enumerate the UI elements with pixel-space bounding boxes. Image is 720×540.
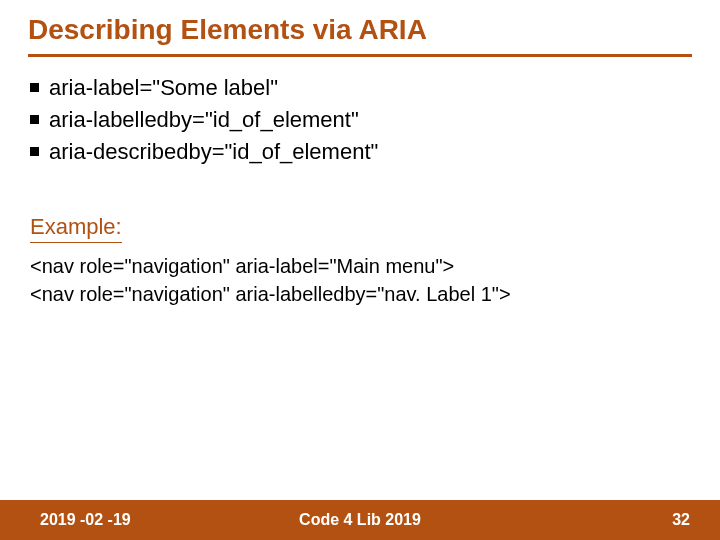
bullet-square-icon xyxy=(30,147,39,156)
bullet-text: aria-describedby="id_of_element" xyxy=(49,136,378,168)
slide: Describing Elements via ARIA aria-label=… xyxy=(0,0,720,540)
title-underline xyxy=(28,54,692,57)
bullet-square-icon xyxy=(30,83,39,92)
code-line: <nav role="navigation" aria-labelledby="… xyxy=(30,283,511,305)
example-heading: Example: xyxy=(30,214,122,243)
list-item: aria-describedby="id_of_element" xyxy=(30,136,378,168)
bullet-square-icon xyxy=(30,115,39,124)
bullet-list: aria-label="Some label" aria-labelledby=… xyxy=(30,72,378,168)
slide-title: Describing Elements via ARIA xyxy=(28,14,427,46)
code-example: <nav role="navigation" aria-label="Main … xyxy=(30,252,511,308)
bullet-text: aria-label="Some label" xyxy=(49,72,278,104)
footer-bar: 2019 -02 -19 Code 4 Lib 2019 32 xyxy=(0,500,720,540)
footer-page-number: 32 xyxy=(672,511,690,529)
list-item: aria-label="Some label" xyxy=(30,72,378,104)
bullet-text: aria-labelledby="id_of_element" xyxy=(49,104,359,136)
list-item: aria-labelledby="id_of_element" xyxy=(30,104,378,136)
code-line: <nav role="navigation" aria-label="Main … xyxy=(30,255,454,277)
footer-date: 2019 -02 -19 xyxy=(40,511,131,529)
